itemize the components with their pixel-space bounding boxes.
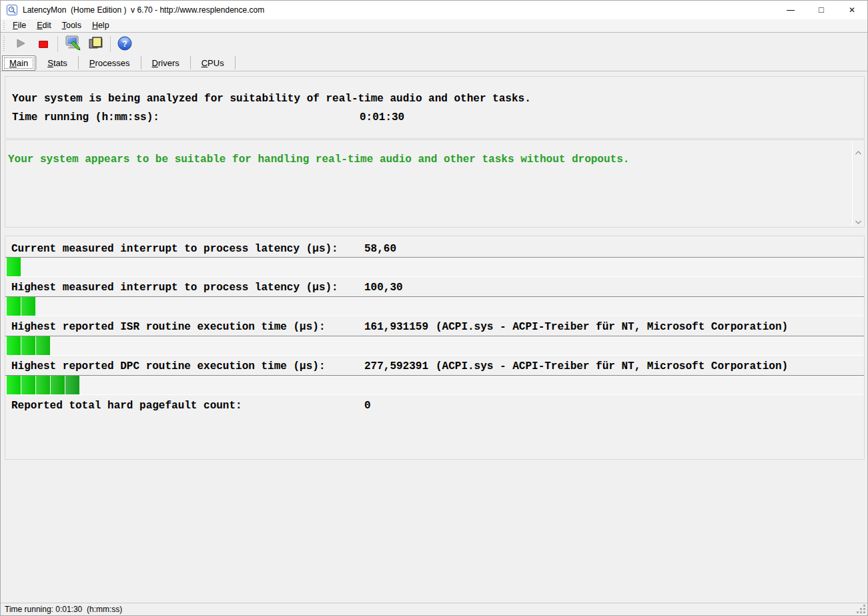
- tab-cpus[interactable]: CPUs: [191, 55, 234, 71]
- maximize-icon: □: [819, 5, 824, 15]
- measurement-label: Highest reported ISR routine execution t…: [11, 320, 325, 334]
- verdict-panel: Your system appears to be suitable for h…: [5, 139, 865, 228]
- measurement-label: Highest reported DPC routine execution t…: [11, 359, 325, 374]
- measurement-row: Highest reported ISR routine execution t…: [11, 320, 861, 334]
- svg-text:?: ?: [122, 39, 127, 49]
- latency-bar-segment: [7, 376, 21, 394]
- stop-monitor-button[interactable]: [34, 35, 53, 53]
- tab-processes-label: Processes: [89, 58, 130, 68]
- tab-processes[interactable]: Processes: [79, 55, 140, 71]
- copy-report-button[interactable]: [85, 35, 105, 53]
- menu-item-tools[interactable]: Tools: [57, 19, 87, 32]
- latency-bar-segment: [7, 336, 21, 355]
- menu-item-help[interactable]: Help: [87, 19, 115, 32]
- tab-separator: [235, 56, 236, 69]
- tab-separator: [141, 56, 141, 69]
- tab-drivers-label: Drivers: [152, 58, 179, 68]
- latency-bar-segment: [21, 376, 35, 394]
- tab-separator: [190, 56, 191, 69]
- time-running-value: 0:01:30: [360, 111, 404, 123]
- latency-bar: [5, 375, 864, 395]
- stop-icon: [39, 41, 48, 48]
- time-running-label: Time running (h:mm:ss):: [12, 111, 159, 123]
- minimize-icon: —: [787, 5, 795, 15]
- toolbar-separator-2: [110, 36, 111, 52]
- latency-bar-segment: [65, 376, 79, 394]
- measurement-label: Highest measured interrupt to process la…: [11, 280, 338, 295]
- latency-bar-segment: [7, 258, 21, 276]
- toolbar-gripper-2[interactable]: [3, 36, 5, 52]
- latency-bar: [5, 257, 864, 277]
- menu-item-file[interactable]: File: [7, 19, 31, 32]
- app-icon: [7, 5, 17, 15]
- analysis-status-panel: Your system is being analyzed for suitab…: [5, 76, 865, 139]
- tab-separator: [36, 56, 37, 69]
- minimize-button[interactable]: —: [775, 1, 806, 19]
- measurements-panel: Current measured interrupt to process la…: [5, 236, 865, 460]
- tab-cpus-label: CPUs: [201, 58, 224, 68]
- measurement-label: Reported total hard pagefault count:: [11, 398, 242, 413]
- tab-main[interactable]: Main: [2, 55, 35, 71]
- latency-bar-segment: [51, 376, 65, 394]
- play-icon: [15, 37, 27, 51]
- window-controls: — □ ✕: [775, 1, 867, 19]
- measurement-value: 100,30: [364, 280, 403, 295]
- latency-bar-segment: [21, 297, 35, 316]
- monitor-tool-icon: [65, 35, 81, 53]
- measurement-value: 277,592391: [364, 359, 428, 374]
- copy-icon: [87, 35, 103, 53]
- tab-stats-label: Stats: [47, 58, 67, 68]
- help-button[interactable]: ?: [115, 35, 134, 53]
- measurement-row: Current measured interrupt to process la…: [11, 242, 861, 256]
- tab-bar: Main Stats Processes Drivers CPUs: [1, 55, 867, 71]
- vertical-scrollbar[interactable]: [852, 141, 863, 226]
- latency-bar-segment: [36, 336, 50, 355]
- help-icon: ?: [117, 36, 132, 53]
- latencymon-window: LatencyMon (Home Edition ) v 6.70 - http…: [0, 0, 868, 616]
- resize-grip-icon[interactable]: [863, 611, 865, 613]
- latency-bar-segment: [7, 297, 21, 316]
- latency-bar-segment: [36, 376, 50, 394]
- measurement-row: Highest measured interrupt to process la…: [11, 280, 861, 295]
- measurement-driver-info: (ACPI.sys - ACPI-Treiber für NT, Microso…: [436, 320, 788, 334]
- status-bar: Time running: 0:01:30 (h:mm:ss): [1, 603, 867, 615]
- window-title: LatencyMon (Home Edition ) v 6.70 - http…: [23, 1, 264, 19]
- latency-bar: [5, 336, 864, 356]
- status-bar-text: Time running: 0:01:30 (h:mm:ss): [5, 603, 122, 615]
- toolbar: ?: [1, 33, 867, 55]
- measurement-row: Reported total hard pagefault count: 0: [11, 398, 861, 413]
- title-bar: LatencyMon (Home Edition ) v 6.70 - http…: [1, 1, 867, 19]
- close-icon: ✕: [849, 5, 855, 15]
- toolbar-separator: [57, 36, 58, 52]
- measurement-label: Current measured interrupt to process la…: [11, 242, 338, 256]
- toolbar-gripper[interactable]: [3, 21, 5, 30]
- options-button[interactable]: [63, 35, 83, 53]
- analysis-status-text: Your system is being analyzed for suitab…: [12, 93, 531, 105]
- tab-main-label: Main: [9, 58, 28, 68]
- menu-item-edit[interactable]: Edit: [31, 19, 57, 32]
- maximize-button[interactable]: □: [806, 1, 837, 19]
- measurement-value: 58,60: [364, 242, 396, 256]
- menu-bar: File Edit Tools Help: [1, 19, 867, 33]
- close-button[interactable]: ✕: [837, 1, 867, 19]
- measurement-value: 0: [364, 398, 371, 413]
- latency-bar-segment: [21, 336, 35, 355]
- measurement-value: 161,931159: [364, 320, 428, 334]
- start-monitor-button[interactable]: [11, 35, 30, 53]
- tab-stats[interactable]: Stats: [37, 55, 77, 71]
- latency-bar: [5, 296, 864, 316]
- tab-separator: [78, 56, 79, 69]
- tab-drivers[interactable]: Drivers: [142, 55, 189, 71]
- verdict-message: Your system appears to be suitable for h…: [8, 153, 629, 166]
- scroll-down-icon[interactable]: [855, 216, 862, 221]
- measurement-row: Highest reported DPC routine execution t…: [11, 359, 861, 374]
- scroll-up-icon[interactable]: [855, 146, 862, 151]
- measurement-driver-info: (ACPI.sys - ACPI-Treiber für NT, Microso…: [436, 359, 788, 374]
